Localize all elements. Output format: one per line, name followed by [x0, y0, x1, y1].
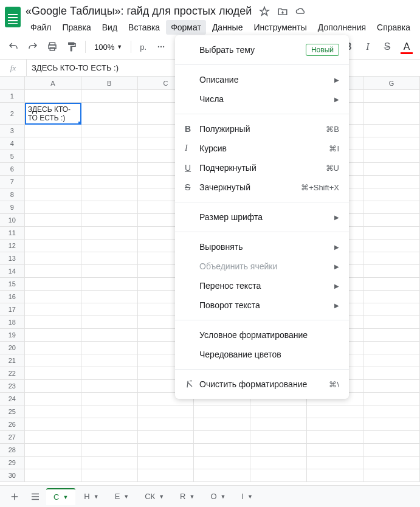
cell-G16[interactable] — [363, 291, 420, 303]
menu-инструменты[interactable]: Инструменты — [249, 20, 311, 35]
row-header-30[interactable]: 30 — [0, 469, 25, 482]
cell-G21[interactable] — [363, 354, 420, 367]
cell-B18[interactable] — [81, 316, 138, 329]
cell-G6[interactable] — [363, 163, 420, 176]
menu-item[interactable]: Описание▶ — [175, 70, 349, 89]
menu-item[interactable]: SЗачеркнутый⌘+Shift+X — [175, 178, 349, 197]
menu-item[interactable]: BПолужирный⌘B — [175, 119, 349, 139]
cell-E26[interactable] — [250, 418, 307, 431]
cell-D25[interactable] — [194, 405, 250, 418]
cell-B15[interactable] — [81, 278, 138, 291]
menu-theme[interactable]: Выбрать тему Новый — [175, 40, 349, 60]
cell-A6[interactable] — [25, 163, 81, 176]
cell-B19[interactable] — [81, 329, 138, 342]
strikethrough-button[interactable]: S — [379, 38, 396, 55]
print-button[interactable] — [44, 38, 61, 55]
star-icon[interactable] — [259, 6, 270, 17]
menu-данные[interactable]: Данные — [207, 20, 248, 35]
col-header-B[interactable]: B — [81, 77, 138, 90]
cell-B28[interactable] — [81, 444, 138, 457]
cell-A23[interactable] — [25, 380, 81, 393]
row-header-15[interactable]: 15 — [0, 278, 25, 291]
cell-A28[interactable] — [25, 444, 81, 457]
cell-E28[interactable] — [250, 444, 307, 457]
row-header-19[interactable]: 19 — [0, 329, 25, 342]
move-folder-icon[interactable] — [277, 6, 288, 17]
cell-A18[interactable] — [25, 316, 81, 329]
col-header-G[interactable]: G — [363, 77, 420, 90]
row-header-29[interactable]: 29 — [0, 457, 25, 469]
cell-A5[interactable] — [25, 150, 81, 163]
row-header-3[interactable]: 3 — [0, 125, 25, 137]
row-header-12[interactable]: 12 — [0, 240, 25, 252]
row-header-14[interactable]: 14 — [0, 265, 25, 278]
add-sheet-button[interactable] — [5, 488, 24, 505]
sheet-tab[interactable]: R▼ — [173, 488, 202, 505]
cell-C27[interactable] — [138, 431, 195, 444]
cell-A11[interactable] — [25, 227, 81, 240]
cell-B20[interactable] — [81, 342, 138, 354]
row-header-7[interactable]: 7 — [0, 176, 25, 188]
cell-B14[interactable] — [81, 265, 138, 278]
cell-E27[interactable] — [250, 431, 307, 444]
row-header-10[interactable]: 10 — [0, 214, 25, 227]
cell-G5[interactable] — [363, 150, 420, 163]
cell-A15[interactable] — [25, 278, 81, 291]
cell-G4[interactable] — [363, 137, 420, 150]
cell-A26[interactable] — [25, 418, 81, 431]
menu-файл[interactable]: Файл — [26, 20, 56, 35]
cell-B27[interactable] — [81, 431, 138, 444]
cell-G30[interactable] — [363, 469, 420, 482]
cell-A21[interactable] — [25, 354, 81, 367]
menu-формат[interactable]: Формат — [166, 20, 206, 35]
all-sheets-button[interactable] — [26, 488, 45, 505]
paint-format-button[interactable] — [63, 38, 80, 55]
cell-A14[interactable] — [25, 265, 81, 278]
cell-G20[interactable] — [363, 342, 420, 354]
sheet-tab[interactable]: C▼ — [46, 488, 75, 505]
cell-G27[interactable] — [363, 431, 420, 444]
more-formats-button[interactable] — [153, 38, 170, 55]
row-header-6[interactable]: 6 — [0, 163, 25, 176]
cell-F26[interactable] — [307, 418, 363, 431]
menu-item[interactable]: Размер шрифта▶ — [175, 207, 349, 227]
cell-A10[interactable] — [25, 214, 81, 227]
cell-B16[interactable] — [81, 291, 138, 303]
sheet-tab[interactable]: СК▼ — [137, 488, 171, 505]
cell-C30[interactable] — [138, 469, 195, 482]
cell-A8[interactable] — [25, 188, 81, 201]
cell-B8[interactable] — [81, 188, 138, 201]
menu-item[interactable]: Условное форматирование — [175, 325, 349, 345]
cell-B22[interactable] — [81, 367, 138, 380]
row-header-21[interactable]: 21 — [0, 354, 25, 367]
cell-B24[interactable] — [81, 393, 138, 405]
cell-A19[interactable] — [25, 329, 81, 342]
cell-D28[interactable] — [194, 444, 250, 457]
cell-A1[interactable] — [25, 90, 81, 103]
row-header-26[interactable]: 26 — [0, 418, 25, 431]
row-header-8[interactable]: 8 — [0, 188, 25, 201]
cell-D27[interactable] — [194, 431, 250, 444]
zoom-select[interactable]: 100%▼ — [91, 43, 126, 52]
cell-G28[interactable] — [363, 444, 420, 457]
cell-A17[interactable] — [25, 303, 81, 316]
cell-A25[interactable] — [25, 405, 81, 418]
cell-G14[interactable] — [363, 265, 420, 278]
cell-G17[interactable] — [363, 303, 420, 316]
cell-G18[interactable] — [363, 316, 420, 329]
undo-button[interactable] — [5, 38, 22, 55]
cell-B13[interactable] — [81, 252, 138, 265]
cell-A9[interactable] — [25, 201, 81, 214]
row-header-1[interactable]: 1 — [0, 90, 25, 103]
cell-A22[interactable] — [25, 367, 81, 380]
cell-G13[interactable] — [363, 252, 420, 265]
cell-B30[interactable] — [81, 469, 138, 482]
row-header-23[interactable]: 23 — [0, 380, 25, 393]
text-color-button[interactable]: A — [398, 38, 415, 55]
cell-G22[interactable] — [363, 367, 420, 380]
row-header-4[interactable]: 4 — [0, 137, 25, 150]
row-header-13[interactable]: 13 — [0, 252, 25, 265]
sheet-tab[interactable]: O▼ — [203, 488, 233, 505]
menu-вид[interactable]: Вид — [97, 20, 122, 35]
cell-B9[interactable] — [81, 201, 138, 214]
